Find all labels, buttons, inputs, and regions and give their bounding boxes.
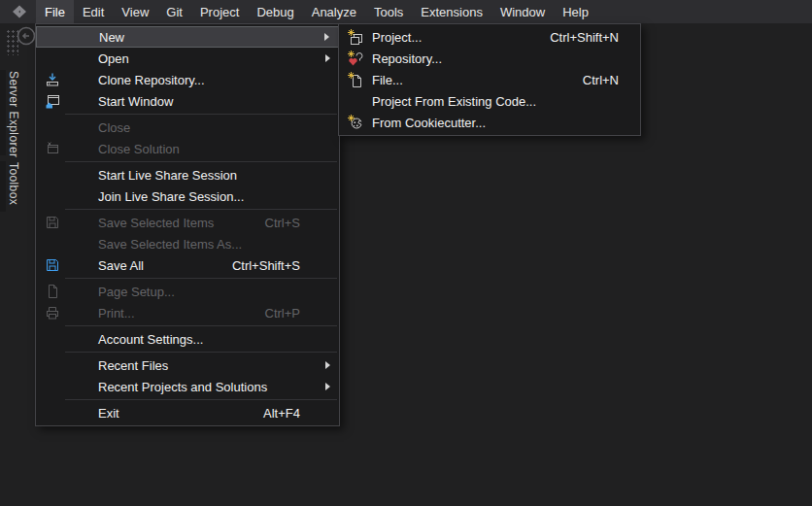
menu-item-start-live-share[interactable]: Start Live Share Session (36, 164, 339, 186)
back-navigation-icon[interactable] (17, 26, 36, 46)
sidebar-tab-toolbox[interactable]: Toolbox (7, 162, 20, 205)
shortcut-label: Alt+F4 (263, 406, 300, 421)
submenu-item-file[interactable]: File... Ctrl+N (339, 69, 640, 90)
file-menu-dropdown: New Open Clone Repository... Start Windo… (35, 23, 340, 426)
menubar-item-file-label: File (45, 5, 65, 19)
menu-separator (65, 352, 337, 353)
menubar-item-edit[interactable]: Edit (74, 0, 113, 23)
page-setup-icon (42, 284, 63, 299)
toolbox-tab-strip (0, 161, 6, 212)
new-repository-icon (345, 51, 366, 66)
menu-item-save-selected-items: Save Selected Items Ctrl+S (36, 212, 339, 233)
clone-repository-icon (42, 72, 63, 87)
cookiecutter-icon (345, 115, 366, 130)
menu-item-close-solution: Close Solution (36, 138, 339, 159)
visual-studio-logo-icon (8, 0, 31, 23)
menubar-item-extensions[interactable]: Extensions (412, 0, 491, 23)
menu-item-start-window[interactable]: Start Window (36, 90, 339, 112)
shortcut-label: Ctrl+N (583, 73, 619, 87)
menu-item-save-all[interactable]: Save All Ctrl+Shift+S (36, 254, 339, 276)
shortcut-label: Ctrl+P (265, 306, 300, 320)
menu-item-recent-projects[interactable]: Recent Projects and Solutions (36, 376, 339, 397)
menubar-item-analyze[interactable]: Analyze (303, 0, 365, 23)
menu-separator (65, 399, 337, 400)
new-submenu-dropdown: Project... Ctrl+Shift+N Repository... Fi… (338, 23, 641, 136)
menubar-item-git[interactable]: Git (157, 0, 191, 23)
menu-separator (65, 209, 337, 210)
shortcut-label: Ctrl+S (265, 216, 300, 230)
menu-item-exit[interactable]: Exit Alt+F4 (36, 402, 339, 423)
menu-item-page-setup: Page Setup... (36, 281, 339, 302)
menu-item-save-selected-items-as: Save Selected Items As... (36, 233, 339, 254)
shortcut-label: Ctrl+Shift+N (550, 30, 619, 45)
submenu-item-project-from-existing-code[interactable]: Project From Existing Code... (339, 90, 640, 112)
submenu-item-from-cookiecutter[interactable]: From Cookiecutter... (339, 112, 640, 133)
submenu-arrow-icon (325, 54, 330, 62)
menu-item-print: Print... Ctrl+P (36, 302, 339, 323)
menubar-item-debug[interactable]: Debug (248, 0, 302, 23)
menubar-item-file[interactable]: File (36, 0, 74, 23)
sidebar-tab-server-explorer[interactable]: Server Explorer (7, 71, 20, 157)
new-file-icon (345, 72, 366, 87)
submenu-item-project[interactable]: Project... Ctrl+Shift+N (339, 26, 640, 48)
save-all-icon (42, 257, 63, 273)
submenu-arrow-icon (325, 383, 330, 390)
server-explorer-tab-strip (0, 70, 6, 155)
menu-item-close: Close (36, 117, 339, 138)
menu-separator (65, 114, 337, 115)
menu-item-recent-files[interactable]: Recent Files (36, 354, 339, 376)
menu-item-account-settings[interactable]: Account Settings... (36, 328, 339, 350)
menubar-item-tools[interactable]: Tools (365, 0, 412, 23)
menu-item-new[interactable]: New (36, 26, 339, 48)
new-project-icon (345, 29, 366, 45)
submenu-arrow-icon (324, 33, 329, 41)
close-solution-icon (42, 141, 63, 156)
menu-item-clone-repository[interactable]: Clone Repository... (36, 69, 339, 90)
menu-bar: File Edit View Git Project Debug Analyze… (0, 0, 812, 23)
menu-separator (65, 278, 337, 279)
shortcut-label: Ctrl+Shift+S (232, 258, 300, 273)
menubar-item-help[interactable]: Help (554, 0, 597, 23)
menu-separator (65, 161, 337, 162)
menubar-item-window[interactable]: Window (491, 0, 554, 23)
menu-item-join-live-share[interactable]: Join Live Share Session... (36, 186, 339, 207)
menu-separator (65, 325, 337, 326)
submenu-arrow-icon (325, 361, 330, 369)
print-icon (42, 305, 63, 320)
save-icon (42, 215, 63, 230)
menu-item-open[interactable]: Open (36, 48, 339, 69)
start-window-icon (42, 93, 63, 109)
menubar-item-project[interactable]: Project (191, 0, 248, 23)
submenu-item-repository[interactable]: Repository... (339, 48, 640, 69)
menubar-item-view[interactable]: View (113, 0, 157, 23)
